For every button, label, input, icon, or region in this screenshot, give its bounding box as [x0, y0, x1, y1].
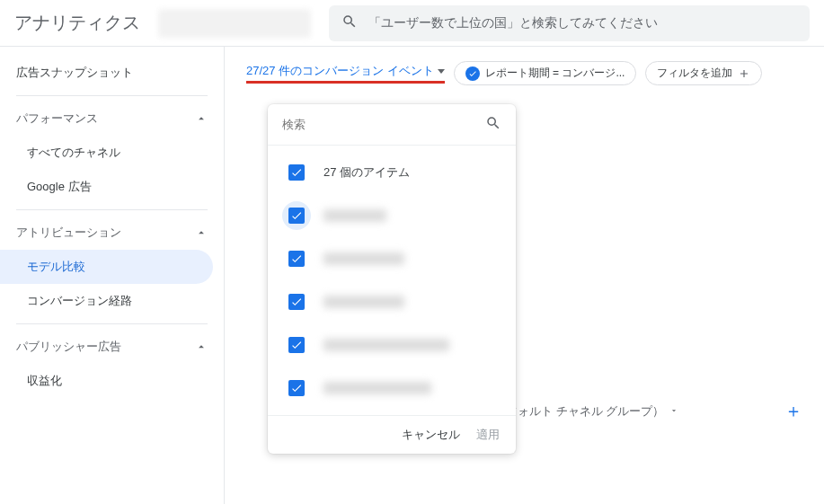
- checkbox-wrap: [282, 201, 311, 230]
- chevron-up-icon: [195, 112, 208, 125]
- dimension-label: デフォルト チャネル グループ）: [494, 403, 664, 420]
- sidebar-item-snapshot[interactable]: 広告スナップショット: [0, 56, 224, 90]
- sidebar-section-attribution[interactable]: アトリビューション: [0, 216, 224, 250]
- divider: [16, 209, 208, 210]
- chip-label: レポート期間 = コンバージ...: [485, 66, 625, 81]
- sidebar-section-publisher-ads[interactable]: パブリッシャー広告: [0, 330, 224, 364]
- sidebar-item-model-comparison[interactable]: モデル比較: [0, 250, 213, 284]
- popup-item[interactable]: [268, 323, 516, 367]
- checkbox-checked-icon[interactable]: [288, 380, 305, 396]
- sidebar-item-conversion-paths[interactable]: コンバージョン経路: [0, 284, 213, 318]
- chevron-up-icon: [195, 226, 208, 239]
- popup-footer: キャンセル 適用: [268, 415, 516, 454]
- popup-item-label-blurred: [323, 209, 386, 222]
- divider: [16, 95, 208, 96]
- popup-item-label: 27 個のアイテム: [323, 164, 410, 181]
- conversion-events-dropdown[interactable]: 27/27 件のコンバージョン イベント: [246, 63, 445, 84]
- controls-row: 27/27 件のコンバージョン イベント レポート期間 = コンバージ... フ…: [246, 61, 802, 85]
- popup-item-all[interactable]: 27 個のアイテム: [268, 151, 516, 194]
- search-icon: [341, 13, 358, 32]
- popup-item[interactable]: [268, 194, 516, 237]
- checkbox-wrap: [282, 287, 311, 316]
- sidebar-section-label: パフォーマンス: [16, 111, 98, 127]
- add-dimension-button[interactable]: ＋: [784, 399, 802, 423]
- conversion-events-popup: 27 個のアイテム キャンセル 適用: [268, 104, 516, 454]
- global-search[interactable]: 「ユーザー数で上位の国」と検索してみてください: [329, 5, 810, 41]
- cancel-button[interactable]: キャンセル: [402, 427, 460, 443]
- chip-report-period[interactable]: レポート期間 = コンバージ...: [454, 61, 637, 85]
- divider: [16, 323, 208, 324]
- property-selector-blurred[interactable]: [158, 9, 311, 38]
- caret-down-icon: [438, 69, 445, 74]
- checkbox-checked-icon[interactable]: [288, 337, 305, 353]
- chevron-up-icon: [195, 340, 208, 353]
- dimension-dropdown[interactable]: デフォルト チャネル グループ）: [494, 403, 678, 420]
- apply-button[interactable]: 適用: [476, 427, 500, 443]
- popup-search-row: [268, 104, 516, 146]
- popup-item-label-blurred: [323, 382, 431, 394]
- checkbox-checked-icon[interactable]: [288, 294, 305, 310]
- checkbox-wrap: [282, 374, 311, 402]
- plus-icon: [738, 67, 750, 80]
- checkbox-wrap: [282, 244, 311, 273]
- sidebar-item-all-channels[interactable]: すべてのチャネル: [0, 136, 213, 170]
- checkbox-checked-icon[interactable]: [288, 208, 305, 224]
- popup-item[interactable]: [268, 237, 516, 280]
- sidebar-item-monetization[interactable]: 収益化: [0, 364, 213, 398]
- popup-item[interactable]: [268, 280, 516, 323]
- check-circle-icon: [465, 66, 480, 81]
- sidebar-section-performance[interactable]: パフォーマンス: [0, 102, 224, 136]
- search-icon[interactable]: [485, 115, 501, 134]
- checkbox-checked-icon[interactable]: [288, 164, 305, 181]
- app-title: アナリティクス: [14, 11, 140, 35]
- app-header: アナリティクス 「ユーザー数で上位の国」と検索してみてください: [0, 0, 824, 47]
- popup-item-label-blurred: [323, 296, 404, 308]
- popup-item[interactable]: [268, 367, 516, 410]
- checkbox-wrap: [282, 331, 311, 359]
- checkbox-checked-icon[interactable]: [288, 251, 305, 267]
- popup-search-input[interactable]: [282, 118, 485, 131]
- popup-list[interactable]: 27 個のアイテム: [268, 146, 516, 415]
- dimension-row: デフォルト チャネル グループ） ＋: [494, 399, 802, 423]
- checkbox-wrap: [282, 158, 311, 187]
- caret-down-icon: [669, 404, 678, 418]
- popup-item-label-blurred: [323, 339, 449, 351]
- sidebar-item-label: 広告スナップショット: [16, 65, 133, 81]
- search-placeholder: 「ユーザー数で上位の国」と検索してみてください: [368, 15, 658, 31]
- popup-item-label-blurred: [323, 252, 404, 265]
- conversion-events-label: 27/27 件のコンバージョン イベント: [246, 63, 434, 79]
- sidebar: 広告スナップショット パフォーマンス すべてのチャネル Google 広告 アト…: [0, 47, 225, 504]
- sidebar-section-label: パブリッシャー広告: [16, 339, 121, 355]
- popup-item[interactable]: [268, 410, 516, 415]
- sidebar-item-google-ads[interactable]: Google 広告: [0, 170, 213, 204]
- chip-add-filter[interactable]: フィルタを追加: [645, 61, 762, 85]
- chip-label: フィルタを追加: [657, 66, 732, 81]
- sidebar-section-label: アトリビューション: [16, 225, 121, 241]
